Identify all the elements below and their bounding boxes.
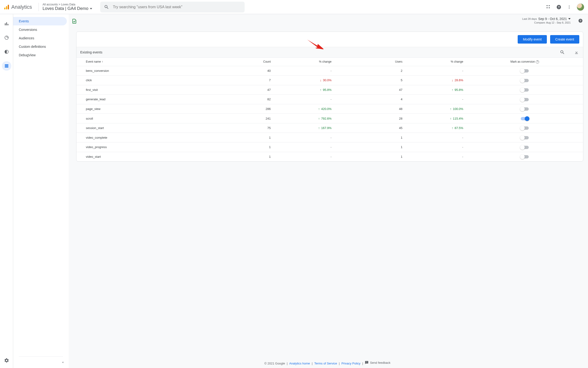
create-event-button[interactable]: Create event <box>550 35 579 44</box>
event-users: 1 <box>335 133 406 142</box>
caret-down-icon <box>568 18 570 19</box>
event-users-change: ↓28.6% <box>406 76 466 85</box>
event-name[interactable]: first_visit <box>76 85 218 95</box>
svg-rect-14 <box>8 24 8 25</box>
advertising-icon[interactable] <box>2 47 11 56</box>
event-row: video_progress1-1- <box>76 142 583 152</box>
subnav-item-events[interactable]: Events <box>13 17 67 25</box>
col-event-name[interactable]: Event name ↑ <box>76 58 218 66</box>
explore-icon[interactable] <box>2 33 11 42</box>
mark-conversion-toggle[interactable] <box>521 136 529 139</box>
footer: © 2021 Google | Analytics home | Terms o… <box>71 358 583 368</box>
event-count: 1 <box>218 133 274 142</box>
left-rail <box>0 14 13 368</box>
custom-event-icon[interactable] <box>71 18 77 24</box>
configure-icon[interactable] <box>2 61 11 71</box>
main: Last 28 days Sep 9 - Oct 6, 2021 Compare… <box>69 14 588 368</box>
footer-link-terms[interactable]: Terms of Service <box>314 362 337 365</box>
event-count-change: ↑792.6% <box>274 114 335 123</box>
svg-rect-12 <box>5 23 5 25</box>
event-users-change: ↑100.0% <box>406 104 466 114</box>
event-name[interactable]: video_complete <box>76 133 218 142</box>
event-row: generate_lead82-4- <box>76 95 583 104</box>
date-compare: Compare: Aug 12 - Sep 8, 2021 <box>534 21 570 24</box>
mark-conversion-toggle[interactable] <box>521 146 529 149</box>
col-users-change[interactable]: % change <box>406 58 466 66</box>
event-count-change: - <box>274 95 335 104</box>
event-count-change: - <box>274 142 335 152</box>
event-count: 1 <box>218 152 274 161</box>
subnav: EventsConversionsAudiencesCustom definit… <box>13 14 69 368</box>
event-row: session_start75↑167.9%45↑87.5% <box>76 123 583 133</box>
search-box[interactable] <box>100 2 245 12</box>
event-count-change: - <box>274 66 335 76</box>
event-row: video_complete1-1- <box>76 133 583 142</box>
event-users-change: - <box>406 142 466 152</box>
event-name[interactable]: page_view <box>76 104 218 114</box>
event-name[interactable]: generate_lead <box>76 95 218 104</box>
footer-link-privacy[interactable]: Privacy Policy <box>342 362 360 365</box>
collapse-subnav-icon[interactable] <box>61 361 64 365</box>
sort-asc-icon: ↑ <box>102 60 103 63</box>
svg-rect-4 <box>549 5 550 6</box>
subnav-item-custom-definitions[interactable]: Custom definitions <box>13 42 67 51</box>
event-row: click7↓30.0%5↓28.6% <box>76 76 583 85</box>
help-icon[interactable]: ? <box>556 4 562 10</box>
events-table: Event name ↑ Count % change Users % chan… <box>76 58 583 161</box>
footer-link-home[interactable]: Analytics home <box>289 362 310 365</box>
mark-conversion-toggle[interactable] <box>521 155 529 158</box>
subnav-item-debugview[interactable]: DebugView <box>13 51 67 59</box>
user-avatar[interactable] <box>577 3 584 11</box>
event-name[interactable]: session_start <box>76 123 218 133</box>
mark-conversion-toggle[interactable] <box>521 79 529 82</box>
mark-conversion-toggle[interactable] <box>521 117 529 120</box>
mark-conversion-toggle[interactable] <box>521 126 529 130</box>
event-name[interactable]: bens_conversion <box>76 66 218 76</box>
event-count: 1 <box>218 142 274 152</box>
svg-rect-5 <box>547 7 548 8</box>
search-input[interactable] <box>113 5 241 9</box>
svg-rect-0 <box>4 8 5 9</box>
col-count-change[interactable]: % change <box>274 58 335 66</box>
page-help-icon[interactable]: ? <box>578 18 583 24</box>
existing-events-title: Existing events <box>80 50 102 54</box>
subnav-item-conversions[interactable]: Conversions <box>13 25 67 34</box>
subnav-item-audiences[interactable]: Audiences <box>13 34 67 42</box>
event-row: video_start1-1- <box>76 152 583 161</box>
col-count[interactable]: Count <box>218 58 274 66</box>
arrow-down-icon: ↓ <box>320 78 322 82</box>
event-users-change: ↑95.8% <box>406 85 466 95</box>
logo[interactable]: Analytics <box>4 4 36 10</box>
event-name[interactable]: scroll <box>76 114 218 123</box>
col-users[interactable]: Users <box>335 58 406 66</box>
help-tooltip-icon[interactable]: ? <box>536 60 539 64</box>
table-search-icon[interactable] <box>560 49 565 55</box>
event-name[interactable]: video_progress <box>76 142 218 152</box>
event-name[interactable]: video_start <box>76 152 218 161</box>
event-count: 286 <box>218 104 274 114</box>
event-users: 1 <box>335 142 406 152</box>
feedback-icon <box>365 361 369 364</box>
reports-icon[interactable] <box>2 19 11 28</box>
arrow-up-icon: ↑ <box>320 88 322 92</box>
footer-feedback[interactable]: Send feedback <box>365 361 390 364</box>
property-name: Loves Data | GA4 Demo <box>43 6 88 11</box>
admin-gear-icon[interactable] <box>2 356 11 365</box>
mark-conversion-toggle[interactable] <box>521 107 529 111</box>
arrow-down-icon: ↓ <box>452 78 453 82</box>
date-prefix: Last 28 days <box>522 18 537 20</box>
modify-event-button[interactable]: Modify event <box>518 35 547 44</box>
apps-grid-icon[interactable] <box>546 4 551 10</box>
event-name[interactable]: click <box>76 76 218 85</box>
event-count: 7 <box>218 76 274 85</box>
property-selector[interactable]: All accounts > Loves Data Loves Data | G… <box>39 3 97 11</box>
mark-conversion-toggle[interactable] <box>521 88 529 92</box>
mark-conversion-toggle[interactable] <box>521 98 529 101</box>
mark-conversion-toggle[interactable] <box>521 69 529 73</box>
download-icon[interactable] <box>574 49 579 55</box>
event-users-change: - <box>406 133 466 142</box>
event-users: 28 <box>335 114 406 123</box>
more-vert-icon[interactable] <box>566 4 572 10</box>
analytics-logo-icon <box>4 4 9 10</box>
date-range-picker[interactable]: Last 28 days Sep 9 - Oct 6, 2021 Compare… <box>522 17 570 24</box>
